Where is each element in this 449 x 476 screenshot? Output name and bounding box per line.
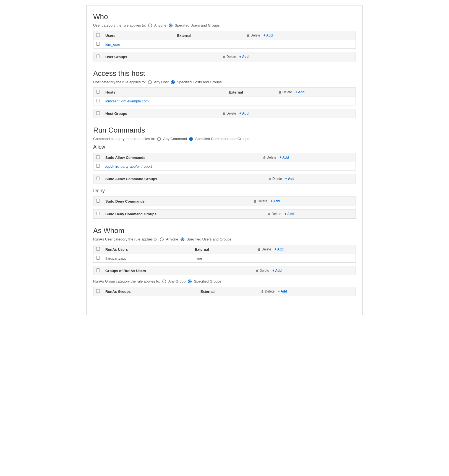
access-host-section: Access this host Host category the rule … (93, 69, 356, 118)
groups-runas-users-col: Groups of RunAs Users (103, 266, 253, 275)
anyone-radio-empty (148, 24, 152, 27)
runas-groups-add-button[interactable]: + Add (278, 289, 287, 293)
groups-runas-users-delete-button[interactable]: Delete (256, 269, 269, 273)
sudo-deny-commands-delete-button[interactable]: Delete (254, 199, 267, 203)
host-groups-add-button[interactable]: + Add (239, 112, 249, 115)
host-link[interactable]: idmclient.idm.example.com (105, 99, 149, 103)
sudo-allow-command-groups-add-button[interactable]: + Add (285, 177, 294, 181)
as-whom-title: As Whom (93, 226, 356, 235)
run-commands-any-label: Any Command (163, 137, 187, 141)
host-groups-select-all-checkbox[interactable] (96, 111, 100, 115)
runas-users-add-button[interactable]: + Add (275, 247, 284, 251)
runas-group-specified-radio-dot (188, 280, 192, 283)
runas-users-col-name: RunAs Users (103, 245, 192, 254)
runas-groups-delete-button[interactable]: Delete (261, 289, 275, 293)
sudo-allow-command-groups-select-all[interactable] (96, 177, 100, 180)
specified-radio-dot (169, 24, 173, 27)
who-subtitle: User category the rule applies to: Anyon… (93, 23, 356, 27)
groups-runas-users-add-button[interactable]: + Add (272, 269, 281, 273)
host-groups-table: Host Groups Delete + Add (93, 109, 356, 118)
user-groups-col: User Groups (103, 52, 220, 61)
access-host-title: Access this host (93, 69, 356, 78)
hosts-col-external: External (226, 88, 276, 97)
host-groups-delete-button[interactable]: Delete (223, 112, 236, 115)
runas-user-row-checkbox[interactable] (96, 256, 100, 260)
hosts-delete-button[interactable]: Delete (279, 90, 292, 94)
sudo-deny-commands-delete-icon (254, 199, 257, 203)
access-host-any-label: Any Host (154, 80, 169, 84)
sudo-deny-commands-add-button[interactable]: + Add (271, 199, 280, 203)
runas-groups-col-external: External (198, 287, 258, 296)
sudo-allow-command-groups-delete-icon (268, 177, 272, 181)
runas-specified-radio-dot (181, 237, 184, 241)
allow-subsection: Allow Sudo Allow Commands Delete + Add (93, 144, 356, 183)
runas-user-subtitle-text: RunAs User category the rule applies to: (93, 237, 158, 241)
sudo-allow-commands-select-all[interactable] (96, 155, 100, 159)
table-row: /opt/third-party-app/bin/report (93, 162, 356, 171)
sudo-allow-commands-add-button[interactable]: + Add (280, 156, 289, 159)
who-specified-label: Specified Users and Groups (175, 23, 220, 27)
sudo-deny-commands-col: Sudo Deny Commands (103, 197, 251, 206)
sudo-allow-command-link[interactable]: /opt/third-party-app/bin/report (105, 164, 152, 169)
hosts-add-button[interactable]: + Add (295, 90, 304, 94)
runas-users-table: RunAs Users External Delete + Add thirdp… (93, 245, 356, 263)
sudo-deny-commands-table: Sudo Deny Commands Delete + Add (93, 196, 356, 206)
runas-users-col-external: External (192, 245, 255, 254)
users-delete-button[interactable]: Delete (247, 33, 260, 37)
main-container: Who User category the rule applies to: A… (86, 6, 363, 315)
deny-subsection: Deny Sudo Deny Commands Delete + Add (93, 188, 356, 219)
sudo-deny-command-groups-delete-button[interactable]: Delete (268, 212, 281, 216)
groups-runas-users-select-all[interactable] (96, 268, 100, 272)
sudo-allow-command-groups-delete-button[interactable]: Delete (268, 177, 282, 181)
host-groups-col: Host Groups (103, 109, 220, 118)
specified-hosts-radio-dot (171, 80, 175, 84)
sudo-allow-commands-delete-icon (263, 156, 266, 159)
runas-groups-table: RunAs Groups External Delete + Add (93, 287, 356, 296)
runas-anyone-label: Anyone (166, 237, 178, 241)
user-groups-add-button[interactable]: + Add (239, 55, 249, 59)
access-host-subtitle-text: Host category the rule applies to: (93, 80, 146, 84)
runas-groups-select-all[interactable] (96, 289, 100, 293)
user-groups-table: User Groups Delete + Add (93, 52, 356, 61)
sudo-deny-command-groups-select-all[interactable] (96, 212, 100, 215)
runas-group-any-radio-empty (162, 280, 166, 283)
users-select-all-checkbox[interactable] (96, 33, 100, 37)
runas-group-specified-label: Specified Groups (194, 279, 221, 283)
sudo-deny-command-groups-delete-icon (268, 212, 271, 216)
table-row: idm_user (93, 40, 356, 49)
runas-group-any-label: Any Group (168, 279, 186, 283)
run-commands-section: Run Commands Command category the rule a… (93, 126, 356, 219)
runas-group-subtitle: RunAs Group category the rule applies to… (93, 279, 356, 283)
user-groups-delete-button[interactable]: Delete (223, 55, 236, 59)
runas-user-name: thirdpartyapp (103, 254, 192, 263)
runas-users-delete-button[interactable]: Delete (258, 247, 271, 251)
user-link[interactable]: idm_user (105, 42, 120, 46)
who-section: Who User category the rule applies to: A… (93, 12, 356, 61)
users-add-button[interactable]: + Add (263, 33, 273, 37)
sudo-allow-command-row-checkbox[interactable] (96, 164, 100, 168)
hosts-table: Hosts External Delete + Add idmclient.id… (93, 87, 356, 105)
runas-specified-label: Specified Users and Groups (187, 237, 232, 241)
sudo-allow-commands-delete-button[interactable]: Delete (263, 156, 276, 159)
runas-groups-delete-icon (261, 289, 264, 293)
sudo-deny-command-groups-table: Sudo Deny Command Groups Delete + Add (93, 209, 356, 219)
user-row-checkbox[interactable] (96, 42, 100, 46)
users-col-external: External (174, 31, 244, 40)
who-subtitle-text: User category the rule applies to: (93, 23, 146, 27)
specified-commands-radio-dot (189, 137, 193, 141)
host-row-checkbox[interactable] (96, 99, 100, 102)
host-external (226, 97, 276, 105)
run-commands-subtitle: Command category the rule applies to: An… (93, 137, 356, 141)
hosts-select-all-checkbox[interactable] (96, 90, 100, 94)
sudo-deny-command-groups-add-button[interactable]: + Add (284, 212, 294, 216)
sudo-allow-command-groups-table: Sudo Allow Command Groups Delete + Add (93, 174, 356, 183)
runas-group-subtitle-text: RunAs Group category the rule applies to… (93, 279, 160, 283)
user-groups-select-all-checkbox[interactable] (96, 55, 100, 58)
runas-users-select-all[interactable] (96, 247, 100, 251)
who-title: Who (93, 12, 356, 21)
runas-user-subtitle: RunAs User category the rule applies to:… (93, 237, 356, 241)
sudo-deny-commands-select-all[interactable] (96, 199, 100, 203)
table-row: idmclient.idm.example.com (93, 97, 356, 105)
sudo-allow-commands-col: Sudo Allow Commands (103, 153, 260, 162)
users-delete-icon (247, 33, 250, 37)
